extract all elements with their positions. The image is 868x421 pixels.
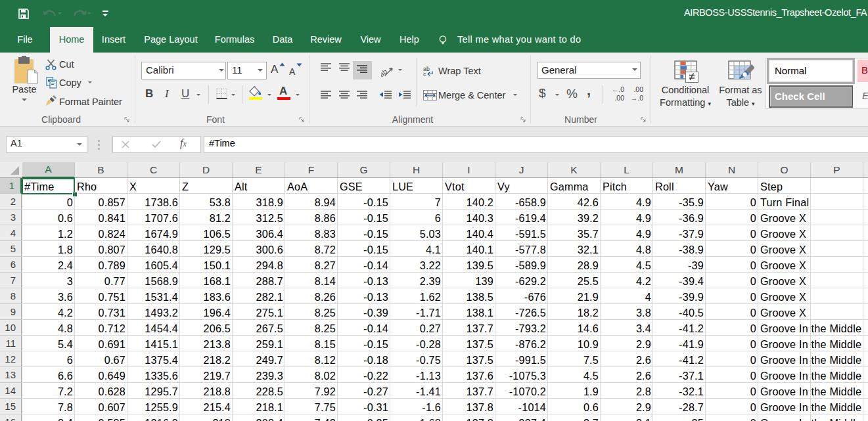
svg-text:c: c: [423, 71, 426, 77]
